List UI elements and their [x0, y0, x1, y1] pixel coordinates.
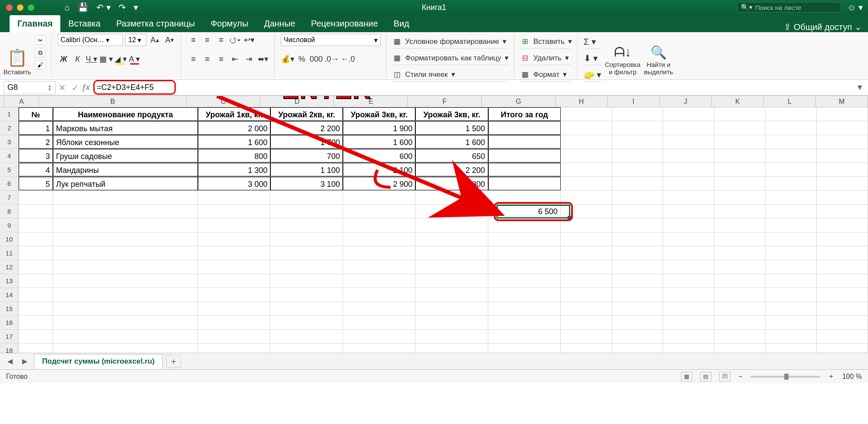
cell[interactable] — [19, 232, 53, 246]
cell[interactable] — [817, 191, 868, 204]
row-header[interactable]: 2 — [0, 121, 19, 135]
cell[interactable]: 2 000 — [198, 121, 270, 135]
cell[interactable] — [714, 219, 766, 232]
cell[interactable]: 2 800 — [415, 177, 488, 190]
cell[interactable] — [198, 191, 270, 204]
cell[interactable] — [198, 288, 270, 301]
cell[interactable] — [561, 177, 612, 190]
column-header[interactable]: K — [712, 96, 764, 107]
zoom-slider[interactable] — [750, 376, 820, 378]
cell[interactable] — [198, 219, 270, 232]
share-button[interactable]: ⇪ Общий доступ ⌄ — [784, 22, 862, 32]
cell[interactable] — [714, 330, 766, 343]
row-header[interactable]: 16 — [0, 316, 19, 329]
cell[interactable]: 1 900 — [343, 121, 415, 135]
cancel-formula-button[interactable]: ✕ — [56, 83, 69, 93]
cell[interactable] — [270, 219, 343, 232]
cell[interactable] — [53, 344, 198, 353]
cell[interactable] — [270, 288, 343, 301]
cell[interactable] — [663, 274, 714, 288]
cell[interactable] — [766, 219, 817, 232]
number-format-combo[interactable]: Числовой▾ — [281, 34, 381, 46]
cell[interactable]: 1 600 — [415, 135, 488, 149]
cell[interactable]: Урожай 1кв, кг. — [198, 107, 270, 121]
cell[interactable] — [19, 246, 53, 260]
cell[interactable] — [19, 330, 53, 343]
cell[interactable] — [415, 232, 488, 246]
cell[interactable] — [415, 330, 488, 343]
cell[interactable] — [766, 330, 817, 343]
cell[interactable] — [663, 121, 714, 135]
cell[interactable] — [612, 302, 663, 315]
row-header[interactable]: 11 — [0, 246, 19, 260]
cell[interactable]: Яблоки сезонные — [53, 135, 198, 149]
cell[interactable] — [612, 246, 663, 260]
cell[interactable]: Урожай 3кв, кг. — [343, 107, 415, 121]
cell[interactable] — [817, 316, 868, 329]
tab-insert[interactable]: Вставка — [60, 15, 108, 32]
cell[interactable] — [19, 302, 53, 315]
cell[interactable] — [817, 344, 868, 353]
cut-button[interactable]: ✂ — [35, 36, 46, 45]
column-header[interactable]: M — [816, 96, 868, 107]
cell[interactable] — [415, 316, 488, 329]
cell[interactable] — [488, 344, 561, 353]
formula-input[interactable]: =C2+D3+E4+F5 — [92, 81, 856, 94]
cell[interactable]: 2 200 — [270, 121, 343, 135]
cell[interactable] — [612, 288, 663, 301]
cell[interactable] — [766, 205, 817, 218]
cell[interactable] — [488, 260, 561, 274]
cell[interactable] — [714, 260, 766, 274]
row-header[interactable]: 1 — [0, 107, 19, 121]
clear-button[interactable]: 🧽 ▾ — [584, 68, 602, 82]
column-header[interactable]: L — [764, 96, 816, 107]
cell[interactable] — [663, 316, 714, 329]
cell[interactable] — [343, 260, 415, 274]
select-all-corner[interactable] — [0, 96, 4, 107]
format-cells-button[interactable]: ▦Формат ▾ — [520, 68, 572, 82]
cell[interactable] — [766, 163, 817, 176]
cell[interactable] — [561, 316, 612, 329]
cell[interactable] — [766, 316, 817, 329]
cell[interactable] — [714, 107, 766, 121]
align-center-button[interactable]: ≡ — [201, 53, 214, 65]
cell[interactable] — [53, 219, 198, 232]
cell[interactable] — [270, 191, 343, 204]
increase-indent-button[interactable]: ⇥ — [243, 53, 255, 65]
cell[interactable] — [415, 219, 488, 232]
decrease-font-button[interactable]: A▾ — [164, 34, 176, 46]
cell[interactable] — [343, 316, 415, 329]
cell[interactable] — [488, 246, 561, 260]
tab-review[interactable]: Рецензирование — [303, 15, 385, 32]
cell[interactable] — [561, 163, 612, 176]
font-name-combo[interactable]: Calibri (Осн…▾ — [58, 34, 123, 46]
cell[interactable]: 700 — [270, 149, 343, 162]
cell[interactable] — [19, 260, 53, 274]
cell[interactable] — [488, 330, 561, 343]
cell[interactable]: 1 300 — [198, 163, 270, 176]
cell[interactable] — [53, 260, 198, 274]
sheet-tab[interactable]: Подсчет суммы (microexcel.ru) — [34, 354, 163, 369]
cell[interactable] — [488, 149, 561, 162]
borders-button[interactable]: ▦ ▾ — [99, 53, 113, 65]
cell[interactable] — [561, 302, 612, 315]
column-header[interactable]: J — [660, 96, 712, 107]
tab-formulas[interactable]: Формулы — [203, 15, 256, 32]
cell[interactable]: 6 500 — [488, 205, 561, 218]
cell[interactable] — [561, 232, 612, 246]
cell[interactable] — [766, 191, 817, 204]
cell[interactable] — [817, 232, 868, 246]
cell[interactable]: 4 — [19, 163, 53, 176]
find-select-button[interactable]: 🔍 Найти и выделить — [644, 34, 673, 76]
cell[interactable] — [343, 246, 415, 260]
cell[interactable] — [766, 288, 817, 301]
align-left-button[interactable]: ≡ — [187, 53, 200, 65]
cell[interactable] — [714, 302, 766, 315]
cell[interactable] — [612, 274, 663, 288]
row-header[interactable]: 5 — [0, 163, 19, 176]
cell[interactable] — [663, 344, 714, 353]
sheet-nav-prev[interactable]: ◀ — [4, 356, 16, 367]
cell[interactable] — [561, 288, 612, 301]
cell[interactable] — [612, 344, 663, 353]
row-header[interactable]: 15 — [0, 302, 19, 315]
